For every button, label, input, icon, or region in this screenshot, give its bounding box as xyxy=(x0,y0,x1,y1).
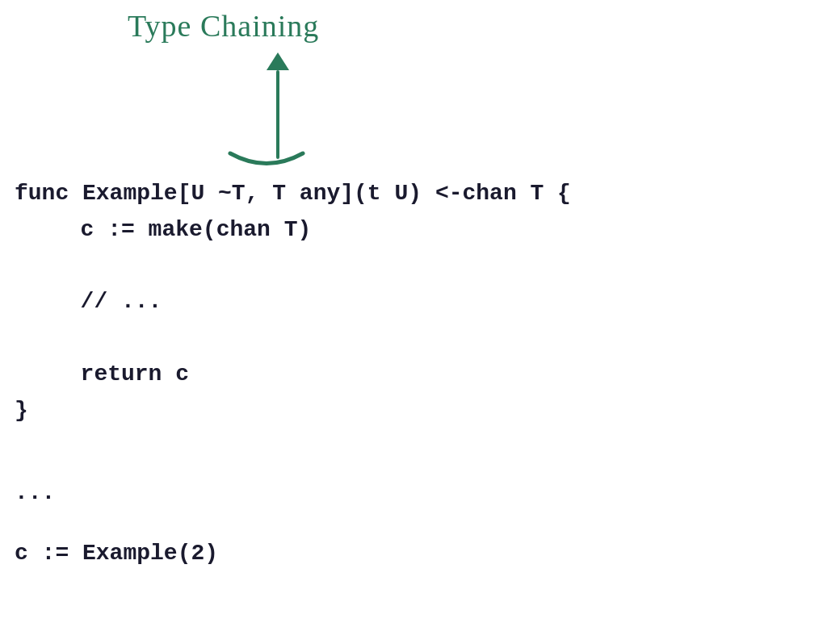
code-line-7: } xyxy=(15,393,571,429)
arrow-shaft xyxy=(276,70,279,159)
bracket-annotation xyxy=(226,149,307,174)
code-line-5 xyxy=(15,320,571,357)
main-container: Type Chaining func Example[U ~T, T any](… xyxy=(0,0,827,644)
code-block: func Example[U ~T, T any](t U) <-chan T … xyxy=(15,176,571,429)
arrow-head xyxy=(267,52,289,70)
code-line-4: // ... xyxy=(15,284,571,320)
ellipsis-text: ... xyxy=(15,480,55,505)
code-line-2: c := make(chan T) xyxy=(15,212,571,249)
code-line-3 xyxy=(15,249,571,285)
last-code-line: c := Example(2) xyxy=(15,541,218,566)
arrow-up xyxy=(267,52,289,159)
code-line-6: return c xyxy=(15,357,571,393)
page-title: Type Chaining xyxy=(128,8,319,44)
code-line-1: func Example[U ~T, T any](t U) <-chan T … xyxy=(15,176,571,212)
